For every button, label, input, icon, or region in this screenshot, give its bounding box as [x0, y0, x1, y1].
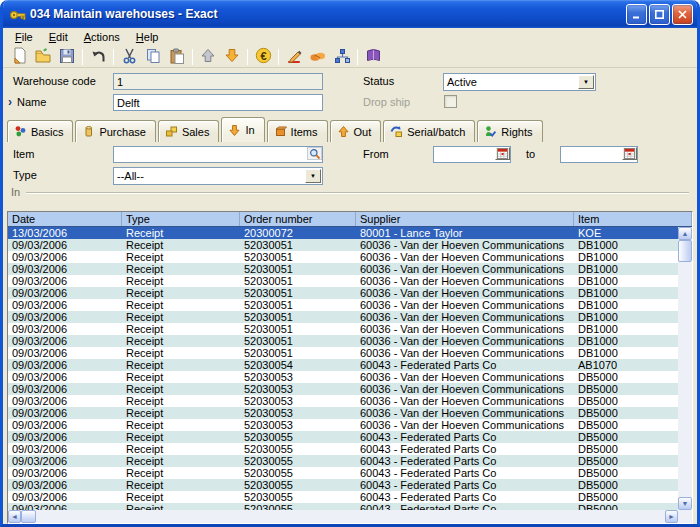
rights-icon [484, 125, 497, 138]
table-cell: 09/03/2006 [8, 503, 122, 510]
tab-label: Purchase [99, 126, 145, 138]
table-row[interactable]: 09/03/2006Receipt5203005160036 - Van der… [8, 347, 678, 359]
table-row[interactable]: 09/03/2006Receipt5203005560043 - Federat… [8, 491, 678, 503]
table-row[interactable]: 09/03/2006Receipt5203005160036 - Van der… [8, 275, 678, 287]
tab-rights[interactable]: Rights [477, 120, 542, 142]
vertical-scrollbar[interactable]: ▲ ▼ [678, 227, 692, 510]
new-document-button[interactable] [7, 47, 31, 67]
undo-button[interactable] [86, 47, 110, 67]
table-row[interactable]: 09/03/2006Receipt5203005560043 - Federat… [8, 479, 678, 491]
handshake-button[interactable] [306, 47, 330, 67]
table-row[interactable]: 09/03/2006Receipt5203005560043 - Federat… [8, 503, 678, 510]
column-header-order-number[interactable]: Order number [240, 212, 356, 226]
paste-icon [169, 48, 185, 66]
search-icon[interactable] [307, 147, 322, 160]
column-header-type[interactable]: Type [122, 212, 240, 226]
table-row[interactable]: 09/03/2006Receipt5203005560043 - Federat… [8, 467, 678, 479]
table-cell: 60036 - Van der Hoeven Communications [356, 251, 574, 263]
column-header-item[interactable]: Item [574, 212, 692, 226]
table-cell: DB5000 [574, 491, 678, 503]
table-cell: AB1070 [574, 359, 678, 371]
table-cell: DB1000 [574, 347, 678, 359]
table-row[interactable]: 09/03/2006Receipt5203005160036 - Van der… [8, 239, 678, 251]
table-row[interactable]: 09/03/2006Receipt5203005160036 - Van der… [8, 299, 678, 311]
cut-button[interactable] [117, 47, 141, 67]
tab-serial-batch[interactable]: Serial/batch [383, 120, 475, 142]
move-down-button[interactable] [220, 47, 244, 67]
euro-button[interactable]: € [251, 47, 275, 67]
scroll-right-icon[interactable]: ► [665, 510, 678, 523]
open-button[interactable] [31, 47, 55, 67]
in-transactions-table: DateTypeOrder numberSupplierItem 13/03/2… [7, 211, 693, 524]
table-cell: DB5000 [574, 407, 678, 419]
tab-purchase[interactable]: Purchase [75, 120, 155, 142]
warehouse-code-field[interactable] [113, 73, 323, 90]
horizontal-scrollbar[interactable]: ◄ ► [8, 510, 678, 523]
menu-file[interactable]: File [7, 29, 41, 45]
tab-out[interactable]: Out [330, 120, 382, 142]
documentation-button[interactable] [361, 47, 385, 67]
table-row[interactable]: 09/03/2006Receipt5203005560043 - Federat… [8, 455, 678, 467]
table-cell: 60043 - Federated Parts Co [356, 467, 574, 479]
column-header-date[interactable]: Date [8, 212, 122, 226]
menu-actions[interactable]: Actions [76, 29, 128, 45]
close-button[interactable] [672, 4, 693, 25]
table-row[interactable]: 09/03/2006Receipt5203005160036 - Van der… [8, 311, 678, 323]
status-select[interactable]: Active ▼ [443, 73, 596, 91]
table-row[interactable]: 09/03/2006Receipt5203005360036 - Van der… [8, 383, 678, 395]
table-row[interactable]: 09/03/2006Receipt5203005360036 - Van der… [8, 395, 678, 407]
calendar-icon[interactable] [495, 147, 510, 160]
minimize-button[interactable] [626, 4, 647, 25]
menu-edit[interactable]: Edit [41, 29, 76, 45]
table-cell: 09/03/2006 [8, 311, 122, 323]
group-divider [26, 192, 689, 193]
maximize-button[interactable] [649, 4, 670, 25]
table-row[interactable]: 09/03/2006Receipt5203005160036 - Van der… [8, 251, 678, 263]
table-row[interactable]: 09/03/2006Receipt5203005160036 - Van der… [8, 335, 678, 347]
menu-help[interactable]: Help [128, 29, 167, 45]
chevron-down-icon[interactable]: ▼ [305, 169, 321, 183]
table-row[interactable]: 09/03/2006Receipt5203005560043 - Federat… [8, 443, 678, 455]
app-window: 034 Maintain warehouses - Exact FileEdit… [0, 0, 700, 527]
table-cell: 09/03/2006 [8, 383, 122, 395]
tab-basics[interactable]: Basics [7, 120, 73, 142]
table-row[interactable]: 09/03/2006Receipt5203005560043 - Federat… [8, 431, 678, 443]
table-row[interactable]: 09/03/2006Receipt5203005460043 - Federat… [8, 359, 678, 371]
table-row[interactable]: 09/03/2006Receipt5203005360036 - Van der… [8, 371, 678, 383]
table-cell: DB1000 [574, 263, 678, 275]
tab-sales[interactable]: Sales [158, 120, 220, 142]
table-row[interactable]: 09/03/2006Receipt5203005360036 - Van der… [8, 407, 678, 419]
calendar-icon[interactable] [622, 147, 637, 160]
horizontal-scroll-thumb[interactable] [21, 510, 36, 523]
organization-button[interactable] [330, 47, 354, 67]
toolbar-separator [278, 49, 279, 65]
scroll-up-icon[interactable]: ▲ [678, 227, 692, 240]
title-bar[interactable]: 034 Maintain warehouses - Exact [3, 0, 697, 28]
scroll-left-icon[interactable]: ◄ [8, 510, 21, 523]
write-button[interactable] [282, 47, 306, 67]
table-row[interactable]: 09/03/2006Receipt5203005160036 - Van der… [8, 287, 678, 299]
paste-button[interactable] [165, 47, 189, 67]
table-cell: Receipt [122, 419, 240, 431]
move-up-button[interactable] [196, 47, 220, 67]
table-row[interactable]: 09/03/2006Receipt5203005360036 - Van der… [8, 419, 678, 431]
chevron-down-icon[interactable]: ▼ [578, 75, 594, 89]
table-row[interactable]: 13/03/2006Receipt2030007280001 - Lance T… [8, 227, 678, 239]
name-field[interactable] [113, 94, 323, 111]
save-button[interactable] [55, 47, 79, 67]
vertical-scroll-thumb[interactable] [678, 240, 692, 262]
table-row[interactable]: 09/03/2006Receipt5203005160036 - Van der… [8, 263, 678, 275]
table-cell: Receipt [122, 347, 240, 359]
column-header-supplier[interactable]: Supplier [356, 212, 574, 226]
tab-items[interactable]: Items [267, 120, 328, 142]
scroll-down-icon[interactable]: ▼ [678, 497, 692, 510]
item-search-input[interactable] [113, 146, 323, 163]
tab-in[interactable]: In [221, 117, 264, 142]
table-row[interactable]: 09/03/2006Receipt5203005160036 - Van der… [8, 323, 678, 335]
table-cell: DB1000 [574, 287, 678, 299]
copy-button[interactable] [141, 47, 165, 67]
table-cell: 52030055 [240, 503, 356, 510]
table-cell: 52030051 [240, 299, 356, 311]
type-select[interactable]: --All-- ▼ [113, 167, 323, 185]
from-label: From [363, 148, 389, 160]
